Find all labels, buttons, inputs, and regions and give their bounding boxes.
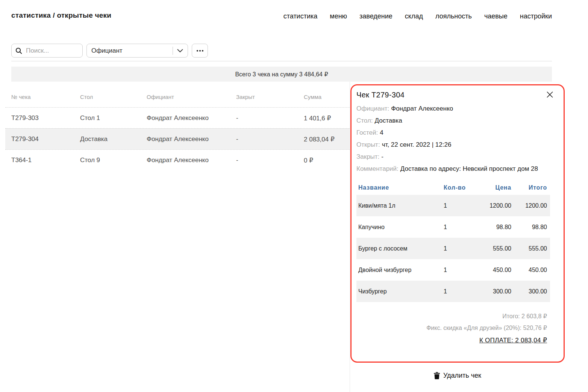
field-closed: Закрыт:- [356, 151, 550, 163]
search-box[interactable] [11, 44, 83, 58]
check-detail-panel: Чек T279-304 Официант:Фондрат Алексеенко… [350, 84, 565, 363]
search-icon [15, 47, 22, 54]
summary-bar: Всего 3 чека на сумму 3 484,64 ₽ [11, 67, 552, 82]
column-header-table: Стол [80, 94, 93, 100]
cell-check-number: T364-1 [11, 156, 32, 164]
nav-item-tips[interactable]: чаевые [484, 12, 508, 20]
trash-icon [434, 372, 440, 379]
close-icon[interactable] [547, 91, 553, 99]
to-pay-line: К ОПЛАТЕ: 2 083,04 ₽ [356, 334, 547, 346]
more-icon [197, 50, 203, 52]
field-guests: Гостей:4 [356, 127, 550, 139]
panel-separator-line [350, 82, 350, 392]
search-input[interactable] [25, 47, 79, 55]
list-item: Чизбургер 1 300.00 300.00 [356, 281, 550, 302]
open-checks-screen: статистика / открытые чеки статистика ме… [0, 0, 588, 392]
items-table-header: Название Кол-во Цена Итого [356, 181, 550, 195]
item-column-qty: Кол-во [444, 184, 474, 191]
check-detail-title: Чек T279-304 [356, 91, 405, 99]
nav-item-menu[interactable]: меню [330, 12, 347, 20]
field-opened: Открыт:чт, 22 сент. 2022 | 12:26 [356, 139, 550, 151]
subtotal-line: Итого: 2 603,8 ₽ [356, 310, 547, 322]
discount-line: Фикс. скидка «Для друзей» (20%): 520,76 … [356, 322, 547, 334]
chevron-down-icon [177, 49, 183, 53]
summary-text: Всего 3 чека на сумму 3 484,64 ₽ [235, 71, 328, 78]
list-item: Бургер с лососем 1 555.00 555.00 [356, 238, 550, 259]
checks-table-header: № чека Стол Официант Закрыт Сумма [0, 82, 350, 107]
table-row[interactable]: T364-1 Стол 9 Фондрат Алексеенко - 0 ₽ [5, 149, 350, 170]
waiter-filter-label: Официант [91, 47, 173, 55]
item-column-price: Цена [474, 184, 511, 191]
cell-table: Стол 9 [80, 156, 100, 164]
toolbar-divider [11, 61, 552, 61]
cell-check-number: T279-303 [11, 114, 39, 122]
checks-table: № чека Стол Официант Закрыт Сумма T279-3… [0, 82, 350, 170]
cell-closed: - [236, 114, 238, 122]
breadcrumb: статистика / открытые чеки [11, 11, 111, 20]
check-totals: Итого: 2 603,8 ₽ Фикс. скидка «Для друзе… [356, 310, 550, 346]
table-row-selected[interactable]: T279-304 Доставка Фондрат Алексеенко - 2… [5, 128, 350, 149]
delete-check-button[interactable]: Удалить чек [350, 372, 565, 380]
nav-item-venue[interactable]: заведение [359, 12, 393, 20]
list-item: Двойной чизбургер 1 450.00 450.00 [356, 259, 550, 281]
nav-item-settings[interactable]: настройки [520, 12, 552, 20]
top-nav: статистика меню заведение склад лояльнос… [283, 12, 552, 20]
cell-closed: - [236, 135, 238, 143]
cell-check-number: T279-304 [11, 135, 39, 143]
cell-table: Стол 1 [80, 114, 100, 122]
cell-table: Доставка [80, 135, 108, 143]
column-header-sum: Сумма [304, 94, 321, 100]
column-header-waiter: Официант [147, 94, 174, 100]
column-header-check-number: № чека [11, 94, 31, 100]
cell-closed: - [236, 156, 238, 164]
cell-sum: 2 083,04 ₽ [304, 135, 335, 143]
check-items-table: Название Кол-во Цена Итого Киви/мята 1л … [356, 181, 550, 302]
cell-sum: 1 401,6 ₽ [304, 114, 331, 122]
column-header-closed: Закрыт [236, 94, 255, 100]
more-filters-button[interactable] [192, 44, 208, 58]
list-item: Киви/мята 1л 1 1200.00 1200.00 [356, 195, 550, 216]
filter-divider [173, 47, 173, 55]
nav-item-loyalty[interactable]: лояльность [435, 12, 472, 20]
list-item: Капучино 1 98.80 98.80 [356, 216, 550, 238]
item-column-total: Итого [511, 184, 547, 191]
nav-item-statistics[interactable]: статистика [283, 12, 318, 20]
field-table: Стол:Доставка [356, 115, 550, 127]
cell-sum: 0 ₽ [304, 156, 313, 164]
cell-waiter: Фондрат Алексеенко [147, 156, 209, 164]
waiter-filter-dropdown[interactable]: Официант [86, 44, 188, 58]
item-column-name: Название [358, 184, 444, 191]
nav-item-stock[interactable]: склад [405, 12, 423, 20]
field-comment: Комментарий:Доставка по адресу: Невский … [356, 163, 550, 175]
table-row[interactable]: T279-303 Стол 1 Фондрат Алексеенко - 1 4… [5, 107, 350, 128]
delete-check-label: Удалить чек [443, 372, 481, 380]
cell-waiter: Фондрат Алексеенко [147, 135, 209, 143]
field-waiter: Официант:Фондрат Алексеенко [356, 103, 550, 115]
cell-waiter: Фондрат Алексеенко [147, 114, 209, 122]
